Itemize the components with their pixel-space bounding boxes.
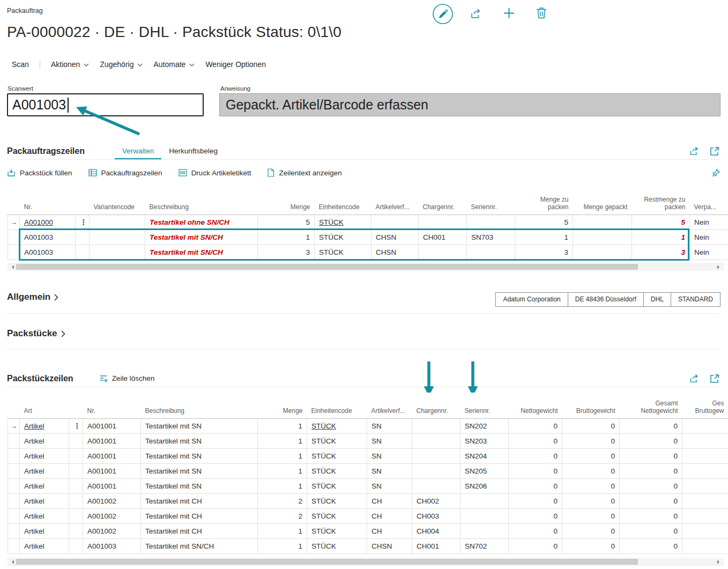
table-cell[interactable]: CH004 bbox=[412, 523, 460, 538]
table-cell[interactable]: STÜCK bbox=[307, 478, 367, 493]
pin-toolbar-button[interactable] bbox=[711, 168, 720, 178]
table-row[interactable]: ArtikelA001002Testartikel mit CH2STÜCKCH… bbox=[8, 493, 728, 508]
menu-automate[interactable]: Automate bbox=[148, 58, 200, 71]
row-menu-button[interactable]: ⋮ bbox=[76, 215, 90, 230]
table-cell[interactable]: Testartikel mit CH bbox=[141, 508, 258, 523]
table-cell[interactable] bbox=[460, 523, 509, 538]
row-selector[interactable] bbox=[8, 523, 20, 538]
druck-artikeletikett-button[interactable]: Druck Artikeletikett bbox=[179, 168, 251, 177]
row-selector[interactable] bbox=[8, 230, 20, 245]
scroll-right-arrow[interactable] bbox=[717, 560, 722, 564]
column-header-verpa[interactable]: Verpa... bbox=[690, 186, 728, 215]
table-cell[interactable]: STÜCK bbox=[307, 448, 367, 463]
table-row[interactable]: ArtikelA001001Testartikel mit SN1STÜCKSN… bbox=[8, 478, 728, 493]
horizontal-scrollbar[interactable] bbox=[8, 263, 724, 271]
column-header-chargennr[interactable]: Chargennr. bbox=[419, 186, 467, 215]
badge-customer[interactable]: Adatum Corporation bbox=[495, 292, 568, 307]
table-cell[interactable] bbox=[682, 508, 728, 523]
table-cell[interactable]: STÜCK bbox=[307, 493, 367, 508]
table-cell[interactable]: STÜCK bbox=[315, 215, 372, 230]
table-cell[interactable]: CH bbox=[367, 493, 412, 508]
table-cell[interactable] bbox=[573, 215, 632, 230]
table-cell[interactable]: 0 bbox=[562, 418, 620, 433]
table-cell[interactable]: SN703 bbox=[467, 230, 515, 245]
table-cell[interactable] bbox=[412, 448, 460, 463]
table-cell[interactable]: 0 bbox=[562, 433, 620, 448]
column-header-art[interactable]: Art bbox=[20, 393, 69, 418]
add-new-button[interactable] bbox=[503, 7, 515, 19]
column-header-restmenge-zu-packen[interactable]: Restmenge zu packen bbox=[632, 186, 690, 215]
table-cell[interactable]: Artikel bbox=[20, 418, 69, 433]
table-cell[interactable]: 3 bbox=[632, 245, 690, 260]
table-cell[interactable]: Testartikel mit SN bbox=[141, 418, 258, 433]
row-menu-button[interactable] bbox=[76, 230, 90, 245]
table-cell[interactable]: Testartikel mit SN/CH bbox=[145, 245, 258, 260]
table-cell[interactable]: SN202 bbox=[460, 418, 509, 433]
column-header-einheitencode[interactable]: Einheitencode bbox=[307, 393, 367, 418]
table-cell[interactable]: STÜCK bbox=[315, 230, 372, 245]
table-cell[interactable]: A001003 bbox=[20, 245, 76, 260]
scanwert-input[interactable]: A001003 bbox=[7, 93, 204, 116]
table-cell[interactable]: 2 bbox=[258, 493, 307, 508]
scroll-right-arrow[interactable] bbox=[717, 265, 722, 269]
table-cell[interactable]: 0 bbox=[509, 448, 562, 463]
table-cell[interactable]: Artikel bbox=[20, 508, 69, 523]
table-cell[interactable]: A001001 bbox=[83, 463, 141, 478]
column-header-menge-gepackt[interactable]: Menge gepackt bbox=[573, 186, 632, 215]
table-cell[interactable]: Testartikel mit SN bbox=[141, 433, 258, 448]
table-cell[interactable]: 1 bbox=[258, 478, 307, 493]
table-cell[interactable]: 0 bbox=[620, 463, 682, 478]
table-cell[interactable]: SN206 bbox=[460, 478, 509, 493]
table-cell[interactable]: 0 bbox=[620, 478, 682, 493]
column-header-artikelverf[interactable]: Artikelverf... bbox=[372, 186, 419, 215]
table-cell[interactable]: 0 bbox=[562, 538, 620, 553]
column-header-beschreibung[interactable]: Beschreibung bbox=[145, 186, 258, 215]
table-cell[interactable]: A001001 bbox=[83, 418, 141, 433]
table-cell[interactable]: STÜCK bbox=[307, 523, 367, 538]
table-cell[interactable] bbox=[682, 523, 728, 538]
table-cell[interactable]: STÜCK bbox=[307, 463, 367, 478]
table-cell[interactable]: Testartikel mit SN bbox=[141, 448, 258, 463]
badge-standard[interactable]: STANDARD bbox=[671, 292, 720, 307]
share-section-button[interactable] bbox=[689, 373, 699, 383]
row-selector[interactable] bbox=[8, 463, 20, 478]
table-cell[interactable]: 5 bbox=[258, 215, 315, 230]
open-in-new-button[interactable] bbox=[710, 374, 719, 383]
table-cell[interactable]: SN bbox=[367, 433, 412, 448]
table-cell[interactable] bbox=[412, 433, 460, 448]
table-cell[interactable] bbox=[460, 508, 509, 523]
table-cell[interactable] bbox=[419, 245, 467, 260]
table-row[interactable]: ArtikelA001002Testartikel mit CH1STÜCKCH… bbox=[8, 523, 728, 538]
table-cell[interactable]: Testartikel mit SN bbox=[141, 463, 258, 478]
table-cell[interactable] bbox=[90, 215, 145, 230]
row-selector[interactable] bbox=[8, 245, 20, 260]
table-cell[interactable]: Artikel bbox=[20, 448, 69, 463]
table-cell[interactable] bbox=[682, 478, 728, 493]
row-selector[interactable]: → bbox=[8, 418, 20, 433]
scroll-left-arrow[interactable] bbox=[10, 265, 14, 269]
table-cell[interactable] bbox=[682, 538, 728, 553]
table-cell[interactable]: SN205 bbox=[460, 463, 509, 478]
table-cell[interactable] bbox=[467, 245, 515, 260]
table-cell[interactable]: Artikel bbox=[20, 523, 69, 538]
menu-zugehoerig[interactable]: Zugehörig bbox=[94, 58, 148, 71]
table-cell[interactable]: 2 bbox=[258, 508, 307, 523]
table-cell[interactable]: 1 bbox=[515, 230, 573, 245]
table-cell[interactable]: 0 bbox=[562, 478, 620, 493]
table-row[interactable]: →A001000⋮Testartikel ohne SN/CH5STÜCK55N… bbox=[8, 215, 728, 230]
table-cell[interactable]: Artikel bbox=[20, 463, 69, 478]
row-selector[interactable] bbox=[8, 448, 20, 463]
row-menu-button[interactable] bbox=[69, 508, 83, 523]
table-cell[interactable]: Artikel bbox=[20, 493, 69, 508]
packstueck-fuellen-button[interactable]: Packstück füllen bbox=[7, 168, 72, 177]
table-cell[interactable]: SN bbox=[367, 463, 412, 478]
table-cell[interactable]: Artikel bbox=[20, 433, 69, 448]
tab-herkunftsbeleg[interactable]: Herkunftsbeleg bbox=[161, 143, 225, 159]
table-cell[interactable]: CHSN bbox=[372, 245, 419, 260]
row-selector[interactable] bbox=[8, 433, 20, 448]
table-cell[interactable]: A001003 bbox=[20, 230, 76, 245]
scrollbar-thumb[interactable] bbox=[16, 264, 638, 270]
table-cell[interactable]: SN bbox=[367, 478, 412, 493]
table-cell[interactable] bbox=[682, 448, 728, 463]
table-cell[interactable]: 0 bbox=[509, 433, 562, 448]
